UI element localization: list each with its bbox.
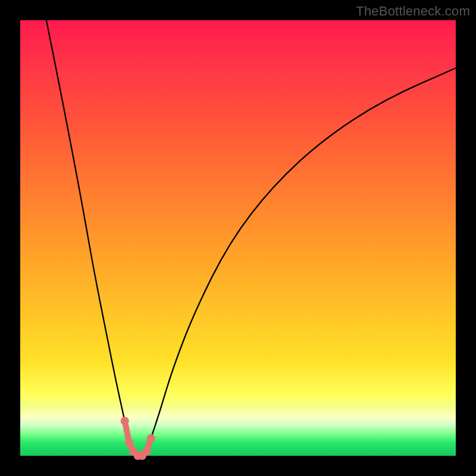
curve-layer — [20, 20, 456, 456]
bottleneck-curve — [46, 20, 456, 456]
svg-point-1 — [125, 439, 133, 447]
svg-point-6 — [147, 434, 155, 443]
chart-frame: TheBottleneck.com — [0, 0, 476, 476]
plot-area — [20, 20, 456, 456]
optimum-highlight — [121, 416, 155, 460]
svg-point-5 — [142, 447, 151, 456]
svg-point-0 — [121, 416, 129, 425]
watermark-text: TheBottleneck.com — [356, 4, 470, 19]
